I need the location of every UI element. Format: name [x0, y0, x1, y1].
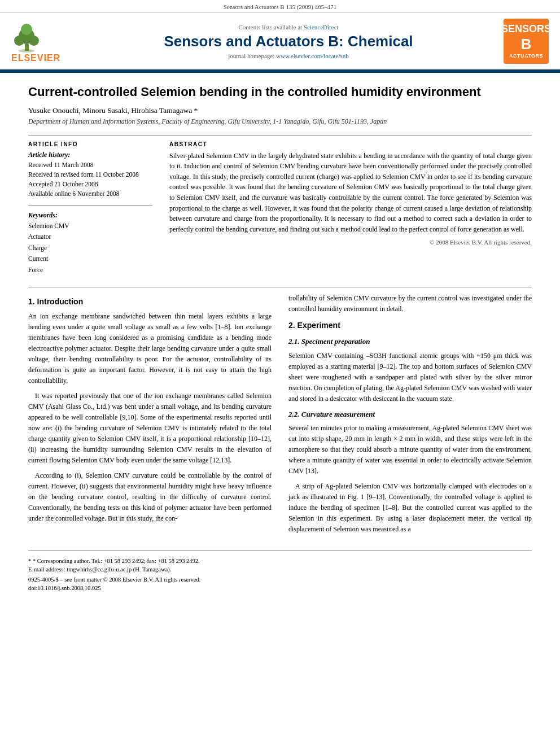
sciencedirect-link[interactable]: ScienceDirect	[304, 24, 339, 30]
available-date: Available online 6 November 2008	[28, 189, 152, 199]
affiliation: Department of Human and Information Syst…	[28, 117, 532, 126]
intro-continuation: trollability of Selemion CMV curvature b…	[288, 293, 532, 314]
footnote-email: E-mail address: tmgwhirhs@cc.gifu-u.ac.j…	[28, 565, 532, 574]
authors-text: Yusuke Onouchi, Minoru Sasaki, Hirohisa …	[28, 106, 198, 115]
homepage-link[interactable]: www.elsevier.com/locate/snb	[276, 53, 349, 59]
article-info-col: ARTICLE INFO Article history: Received 1…	[28, 141, 152, 276]
revised-date: Received in revised form 11 October 2008	[28, 170, 152, 180]
footer-doi: doi:10.1016/j.snb.2008.10.025	[28, 585, 532, 591]
footnote-text: * Corresponding author. Tel.: +81 58 293…	[33, 558, 200, 564]
contents-link: Contents lists available at ScienceDirec…	[90, 24, 487, 30]
sensors-actuators-badge: SENSORS B ACTUATORS	[504, 19, 549, 64]
body-text-left: 1. Introduction An ion exchange membrane…	[28, 295, 272, 523]
keyword-5: Force	[28, 265, 152, 276]
citation-text: Sensors and Actuators B 135 (2009) 465–4…	[224, 3, 336, 10]
keywords-list: Selemion CMV Actuator Charge Current For…	[28, 221, 152, 276]
body-columns: 1. Introduction An ion exchange membrane…	[28, 293, 532, 539]
intro-paragraph-3: According to (i), Selemion CMV curvature…	[28, 470, 272, 524]
svg-point-6	[25, 46, 28, 49]
journal-title: Sensors and Actuators B: Chemical	[90, 33, 487, 50]
body-col-left: 1. Introduction An ion exchange membrane…	[28, 293, 272, 539]
body-text-right: trollability of Selemion CMV curvature b…	[288, 293, 532, 534]
authors-line: Yusuke Onouchi, Minoru Sasaki, Hirohisa …	[28, 106, 532, 115]
abstract-col: ABSTRACT Silver-plated Selemion CMV in t…	[169, 141, 532, 276]
abstract-heading: ABSTRACT	[169, 141, 532, 147]
main-content: Current-controlled Selemion bending in t…	[0, 73, 560, 602]
divider-1	[28, 135, 532, 136]
footer-issn: 0925-4005/$ – see front matter © 2008 El…	[28, 576, 532, 583]
curvature-paragraph-2: A strip of Ag-plated Selemion CMV was ho…	[288, 481, 532, 535]
footnote: * * Corresponding author. Tel.: +81 58 2…	[28, 557, 532, 566]
svg-point-4	[29, 36, 39, 46]
article-history: Article history: Received 11 March 2008 …	[28, 151, 152, 199]
subsection-21-title: 2.1. Speciment preparation	[288, 336, 532, 348]
elsevier-logo: ELSEVIER	[11, 19, 60, 63]
section-2-title: 2. Experiment	[288, 319, 532, 331]
copyright-line: © 2008 Elsevier B.V. All rights reserved…	[169, 239, 532, 246]
intro-paragraph-1: An ion exchange membrane sandwiched betw…	[28, 311, 272, 386]
keyword-3: Charge	[28, 243, 152, 254]
header-right: SENSORS B ACTUATORS	[492, 19, 549, 64]
article-info-abstract: ARTICLE INFO Article history: Received 1…	[28, 141, 532, 276]
keyword-4: Current	[28, 254, 152, 265]
history-label: Article history:	[28, 151, 152, 159]
email-text: E-mail address: tmgwhirhs@cc.gifu-u.ac.j…	[28, 566, 171, 573]
actuators-label: ACTUATORS	[509, 53, 543, 59]
abstract-text: Silver-plated Selemion CMV in the largel…	[169, 151, 532, 235]
footer-section: * * Corresponding author. Tel.: +81 58 2…	[28, 551, 532, 592]
curvature-paragraph-1: Several ten minutes prior to making a me…	[288, 423, 532, 477]
article-title: Current-controlled Selemion bending in t…	[28, 84, 532, 101]
journal-homepage: journal homepage: www.elsevier.com/locat…	[90, 53, 487, 59]
body-col-right: trollability of Selemion CMV curvature b…	[288, 293, 532, 539]
citation-bar: Sensors and Actuators B 135 (2009) 465–4…	[0, 0, 560, 13]
section-1-title: 1. Introduction	[28, 295, 272, 308]
svg-point-1	[19, 49, 34, 53]
footnote-star: *	[28, 558, 33, 564]
journal-header: ELSEVIER Contents lists available at Sci…	[0, 13, 560, 71]
specimen-paragraph-1: Selemion CMV containing –SO3H functional…	[288, 351, 532, 404]
received-date: Received 11 March 2008	[28, 160, 152, 170]
doi-text: doi:10.1016/j.snb.2008.10.025	[28, 585, 101, 591]
header-center: Contents lists available at ScienceDirec…	[90, 24, 487, 59]
intro-paragraph-2: It was reported previously that one of t…	[28, 391, 272, 466]
keyword-2: Actuator	[28, 231, 152, 243]
keywords-label: Keywords:	[28, 211, 152, 220]
b-letter: B	[521, 36, 532, 53]
elsevier-tree-icon	[11, 19, 42, 53]
svg-point-5	[21, 24, 32, 35]
article-info-heading: ARTICLE INFO	[28, 141, 152, 147]
divider-keywords	[28, 205, 152, 206]
subsection-22-title: 2.2. Curvature measurement	[288, 409, 532, 421]
accepted-date: Accepted 21 October 2008	[28, 180, 152, 189]
issn-text: 0925-4005/$ – see front matter © 2008 El…	[28, 576, 200, 583]
elsevier-text: ELSEVIER	[11, 53, 60, 63]
svg-point-3	[14, 36, 24, 46]
divider-body	[28, 287, 532, 287]
keyword-1: Selemion CMV	[28, 221, 152, 232]
sensors-label: SENSORS	[501, 23, 551, 36]
elsevier-logo-area: ELSEVIER	[11, 19, 85, 63]
